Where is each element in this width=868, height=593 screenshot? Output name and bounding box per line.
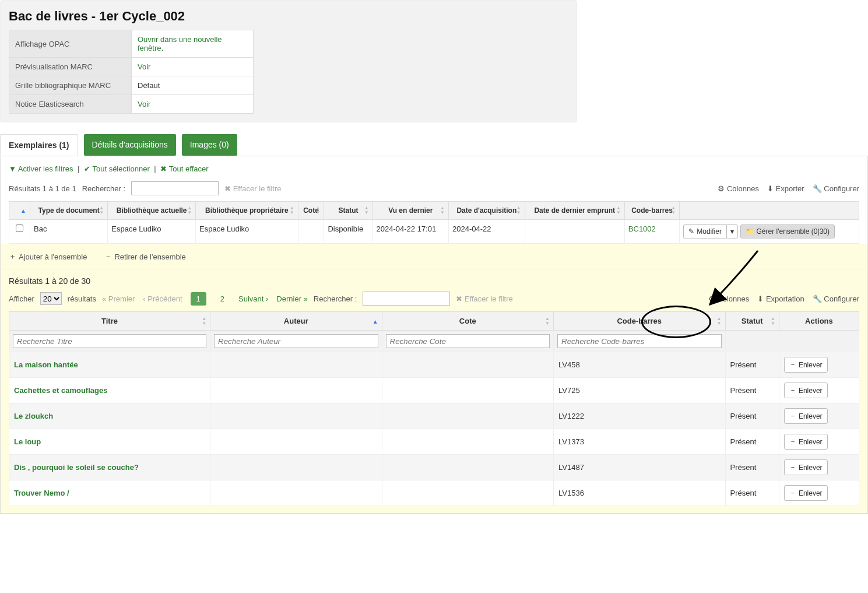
- tab[interactable]: Exemplaires (1): [0, 134, 78, 156]
- page-last[interactable]: Dernier »: [276, 294, 307, 303]
- column-header[interactable]: Actions: [779, 312, 859, 331]
- results-suffix: résultats: [68, 294, 96, 303]
- clear-filter-link[interactable]: ✖ Effacer le filtre: [224, 184, 281, 193]
- remove-button[interactable]: － Enlever: [784, 408, 828, 424]
- column-header[interactable]: Date d'acquisition▲▼: [449, 202, 525, 220]
- activate-filters-link[interactable]: ▼ Activer les filtres: [9, 164, 73, 173]
- clear-all-link[interactable]: ✖ Tout effacer: [160, 164, 208, 173]
- sort-icon: ▲▼: [771, 317, 775, 326]
- meta-label: Prévisualisation MARC: [9, 58, 132, 76]
- meta-value[interactable]: Ouvrir dans une nouvelle fenêtre.: [132, 30, 254, 58]
- column-header[interactable]: Date de dernier emprunt▲▼: [525, 202, 624, 220]
- meta-label: Grille bibliographique MARC: [9, 76, 132, 95]
- configure-button[interactable]: 🔧 Configurer: [813, 184, 859, 193]
- column-header[interactable]: Titre▲▼: [9, 312, 210, 331]
- title-link[interactable]: Le zloukch: [14, 412, 53, 420]
- columns-button[interactable]: ⚙ Colonnes: [718, 184, 759, 193]
- column-header[interactable]: Cote▲▼: [298, 202, 324, 220]
- table-row: Dis , pourquoi le soleil se couche?LV148…: [9, 455, 859, 480]
- column-header[interactable]: Cote▲▼: [382, 312, 553, 331]
- column-filter-input[interactable]: [13, 334, 206, 348]
- remove-from-bundle-button[interactable]: － Retirer de l'ensemble: [104, 251, 185, 262]
- meta-link[interactable]: Voir: [138, 62, 150, 71]
- page-1[interactable]: 1: [191, 292, 206, 306]
- barcode-cell: LV1373: [554, 429, 725, 455]
- select-all-link[interactable]: ✔ Tout sélectionner: [84, 164, 150, 173]
- column-header[interactable]: [680, 202, 859, 220]
- page-next[interactable]: Suivant ›: [238, 294, 268, 303]
- bundle-configure-button[interactable]: 🔧 Configurer: [813, 294, 859, 303]
- page-2[interactable]: 2: [215, 292, 230, 306]
- edit-button[interactable]: ✎ Modifier: [683, 224, 726, 238]
- row-checkbox[interactable]: [16, 224, 23, 232]
- meta-link[interactable]: Ouvrir dans une nouvelle fenêtre: [138, 35, 222, 52]
- remove-button[interactable]: － Enlever: [784, 383, 828, 398]
- remove-button[interactable]: － Enlever: [784, 485, 828, 501]
- column-header[interactable]: Type de document▲▼: [30, 202, 108, 220]
- page-title: Bac de livres - 1er Cycle_002: [9, 9, 568, 24]
- remove-button[interactable]: － Enlever: [784, 459, 828, 475]
- download-icon: ⬇: [757, 294, 764, 303]
- page-prev[interactable]: ‹ Précédent: [143, 294, 182, 303]
- sort-icon: ▲▼: [290, 206, 294, 215]
- status-cell: Disponible: [324, 220, 372, 244]
- remove-button[interactable]: － Enlever: [784, 357, 828, 373]
- column-header[interactable]: Code-barres▲▼: [554, 312, 725, 331]
- check-icon: ✔: [84, 164, 90, 173]
- x-icon: ✖: [224, 184, 231, 193]
- items-search-label: Rechercher :: [82, 184, 125, 193]
- title-link[interactable]: La maison hantée: [14, 360, 78, 369]
- filter-row: [9, 331, 859, 352]
- barcode-link[interactable]: BC1002: [628, 224, 656, 233]
- meta-link[interactable]: Voir: [138, 100, 150, 108]
- meta-value[interactable]: Voir: [132, 58, 254, 76]
- column-header[interactable]: Bibliothèque propriétaire▲▼: [196, 202, 298, 220]
- title-link[interactable]: Cachettes et camouflages: [14, 386, 107, 395]
- status-cell: Présent: [725, 455, 779, 480]
- sort-icon: ▲▼: [545, 317, 550, 326]
- manage-bundle-button[interactable]: 📁 Gérer l'ensemble (0|30): [740, 224, 835, 238]
- bundle-results-section: Résultats 1 à 20 de 30 Afficher 20 résul…: [1, 269, 867, 513]
- items-search-input[interactable]: [131, 181, 219, 195]
- per-page-select[interactable]: 20: [40, 292, 62, 305]
- page-first[interactable]: « Premier: [102, 294, 135, 303]
- column-header[interactable]: Bibliothèque actuelle▲▼: [108, 202, 196, 220]
- bundle-clear-filter[interactable]: ✖ Effacer le filtre: [456, 294, 512, 303]
- author-cell: [210, 429, 382, 455]
- add-to-bundle-button[interactable]: ＋ Ajouter à l'ensemble: [9, 251, 87, 262]
- meta-value: Défaut: [132, 76, 254, 95]
- column-header[interactable]: Statut▲▼: [324, 202, 372, 220]
- column-header[interactable]: Code-barres▲▼: [624, 202, 679, 220]
- cote-cell: [382, 352, 553, 378]
- title-link[interactable]: Dis , pourquoi le soleil se couche?: [14, 463, 139, 472]
- cote-cell: [382, 455, 553, 480]
- edit-caret-button[interactable]: ▾: [726, 224, 738, 238]
- bundle-export-button[interactable]: ⬇ Exportation: [757, 294, 804, 303]
- minus-icon: －: [789, 488, 796, 498]
- column-header[interactable]: Statut▲▼: [725, 312, 779, 331]
- column-header[interactable]: ▲: [9, 202, 30, 220]
- title-link[interactable]: Trouver Nemo /: [14, 489, 69, 497]
- remove-button[interactable]: － Enlever: [784, 434, 828, 450]
- export-button[interactable]: ⬇ Exporter: [767, 184, 804, 193]
- column-filter-input[interactable]: [214, 334, 378, 348]
- column-header[interactable]: Vu en dernier▲▼: [372, 202, 448, 220]
- cote-cell: [382, 403, 553, 429]
- title-link[interactable]: Le loup: [14, 437, 41, 446]
- author-cell: [210, 480, 382, 506]
- column-header[interactable]: Auteur▲: [210, 312, 382, 331]
- author-cell: [210, 378, 382, 403]
- bundle-search-label: Rechercher :: [314, 294, 357, 303]
- status-cell: Présent: [725, 480, 779, 506]
- show-label: Afficher: [9, 294, 34, 303]
- column-filter-input[interactable]: [386, 334, 550, 348]
- status-cell: Présent: [725, 429, 779, 455]
- barcode-cell: LV1222: [554, 403, 725, 429]
- tab[interactable]: Images (0): [182, 134, 237, 156]
- tab[interactable]: Détails d'acquisitions: [84, 134, 176, 156]
- bundle-columns-button[interactable]: ⚙ Colonnes: [708, 294, 750, 303]
- column-filter-input[interactable]: [557, 334, 721, 348]
- bundle-search-input[interactable]: [363, 292, 450, 306]
- meta-value[interactable]: Voir: [132, 95, 254, 114]
- folder-icon: 📁: [746, 227, 754, 236]
